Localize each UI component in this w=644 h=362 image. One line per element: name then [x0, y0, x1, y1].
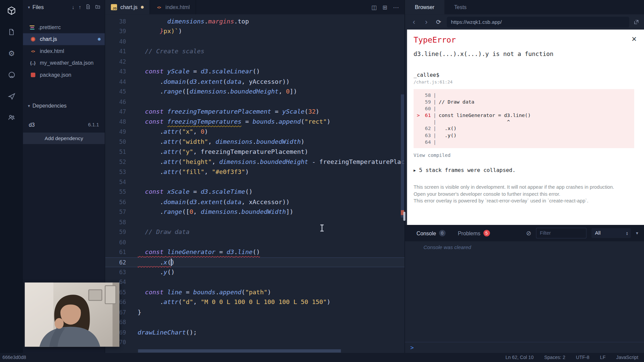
console-output[interactable]: Console was cleared > [405, 241, 644, 353]
split-editor-icon[interactable]: ◫ [371, 4, 377, 11]
file-item-weather-json[interactable]: {..} my_weather_data.json [23, 57, 105, 69]
code-line-49[interactable]: 49 .attr("x", 0) [105, 127, 405, 137]
deployment-rocket-icon[interactable] [7, 91, 16, 101]
line-content: // Create scales [126, 47, 405, 57]
code-line-69[interactable]: 69drawLineChart(); [105, 327, 405, 338]
file-item-chart-js[interactable]: chart.js [23, 33, 105, 45]
code-line-53[interactable]: 53 .attr("fill", "#e0f3f3") [105, 167, 405, 177]
code-area[interactable]: 38 dimensions.margins.top39 }px)`)4041 /… [105, 14, 405, 353]
close-icon[interactable]: × [632, 35, 637, 43]
view-compiled-link[interactable]: View compiled [414, 153, 634, 158]
file-item-prettierrc[interactable]: .prettierrc [23, 21, 105, 34]
status-item[interactable]: UTF-8 [576, 355, 589, 360]
error-frame-row: 63| .y() [417, 132, 634, 139]
line-number: 62 [105, 257, 126, 267]
log-level-select[interactable]: All ▴▾ [592, 228, 631, 238]
file-explorer-icon[interactable] [7, 27, 16, 37]
code-line-42[interactable]: 42 [105, 57, 405, 67]
github-icon[interactable] [7, 70, 16, 79]
open-in-new-window-icon[interactable] [633, 19, 639, 25]
line-number: 49 [105, 127, 126, 137]
code-line-62[interactable]: 62 .x() [105, 257, 405, 267]
explorer-header[interactable]: ▾ Files ↓ ↑ [23, 0, 105, 14]
code-line-38[interactable]: 38 dimensions.margins.top [105, 16, 405, 26]
add-dependency-button[interactable]: Add dependency [23, 133, 105, 144]
forward-icon[interactable]: › [422, 18, 430, 25]
console-input-row[interactable]: > [405, 342, 644, 353]
url-input[interactable] [447, 17, 629, 27]
code-line-39[interactable]: 39 }px)`) [105, 26, 405, 37]
code-line-60[interactable]: 60 [105, 237, 405, 247]
code-line-51[interactable]: 51 .attr("y", freezingTemperaturePlaceme… [105, 147, 405, 157]
collapsed-stack-frames-toggle[interactable]: ▶ 5 stack frames were collapsed. [414, 167, 634, 173]
code-line-63[interactable]: 63 .y() [105, 267, 405, 277]
dependencies-header[interactable]: ▾ Dependencies [23, 101, 105, 110]
code-line-58[interactable]: 58 [105, 217, 405, 227]
console-tab[interactable]: Console 0 [417, 230, 446, 237]
code-line-64[interactable]: 64 [105, 277, 405, 287]
code-line-50[interactable]: 50 .attr("width", dimensions.boundedWidt… [105, 137, 405, 147]
code-line-46[interactable]: 46 [105, 97, 405, 107]
code-line-45[interactable]: 45 .range([dimensions.boundedHeight, 0]) [105, 86, 405, 97]
status-item[interactable]: Spaces: 2 [544, 355, 566, 360]
codesandbox-logo-icon[interactable] [7, 6, 16, 15]
back-icon[interactable]: ‹ [410, 18, 418, 25]
code-line-59[interactable]: 59 // Draw data [105, 227, 405, 237]
code-line-40[interactable]: 40 [105, 37, 405, 47]
chevron-down-icon: ▾ [28, 103, 30, 108]
code-line-48[interactable]: 48 const freezingTemperatures = bounds.a… [105, 117, 405, 127]
code-line-41[interactable]: 41 // Create scales [105, 47, 405, 57]
code-line-44[interactable]: 44 .domain(d3.extent(data, yAccessor)) [105, 77, 405, 87]
vertical-scrollbar[interactable] [401, 95, 404, 218]
horizontal-scrollbar[interactable] [138, 349, 341, 353]
code-line-68[interactable]: 68 [105, 317, 405, 327]
tab-chart-js[interactable]: JS chart.js [105, 0, 150, 14]
settings-gear-icon[interactable]: ⚙ [7, 48, 16, 58]
code-line-70[interactable]: 70 [105, 338, 405, 348]
stack-frame-location[interactable]: /chart.js:61:24 [414, 79, 634, 84]
live-collaboration-icon[interactable] [7, 113, 16, 122]
new-file-icon[interactable] [86, 4, 91, 11]
more-options-icon[interactable]: ⋯ [393, 4, 399, 11]
error-circle-icon [30, 36, 36, 43]
error-frame-row: 64| [417, 139, 634, 145]
select-arrows-icon: ▴▾ [626, 231, 628, 235]
line-content: }px)`) [126, 26, 405, 37]
react-error-overlay: × TypeError d3.line(...).x(...).y is not… [407, 29, 644, 225]
new-folder-icon[interactable] [95, 4, 101, 11]
tab-browser[interactable]: Browser [405, 0, 444, 14]
code-line-66[interactable]: 66 .attr("d", "M 0 0 L 100 0 L 100 100 L… [105, 297, 405, 307]
status-item[interactable]: Ln 62, Col 10 [505, 355, 534, 360]
code-line-67[interactable]: 67} [105, 307, 405, 317]
code-line-52[interactable]: 52 .attr("height", dimensions.boundedHei… [105, 157, 405, 167]
editor-layout-icon[interactable]: ⊞ [382, 4, 387, 11]
clear-console-icon[interactable]: ⊘ [526, 229, 531, 237]
code-line-57[interactable]: 57 .range([0, dimensions.boundedWidth]) [105, 207, 405, 217]
tab-index-html[interactable]: <> index.html [150, 0, 196, 14]
unsaved-dot-icon [141, 6, 144, 9]
file-item-package-json[interactable]: package.json [23, 69, 105, 81]
collapse-panel-chevron-icon[interactable]: ▾ [636, 231, 638, 236]
pane-resize-handle[interactable] [403, 212, 405, 221]
console-filter-input[interactable] [536, 228, 587, 239]
error-frame-row: 59|// Draw data [417, 99, 634, 105]
tab-tests[interactable]: Tests [444, 0, 477, 14]
code-line-61[interactable]: 61 const lineGenerator = d3.line() [105, 247, 405, 257]
code-line-43[interactable]: 43 const yScale = d3.scaleLinear() [105, 67, 405, 77]
refresh-icon[interactable]: ⟳ [435, 19, 443, 25]
code-line-65[interactable]: 65 const line = bounds.append("path") [105, 287, 405, 297]
code-line-54[interactable]: 54 [105, 177, 405, 187]
dependency-item-d3[interactable]: d3 6.1.1 [23, 119, 105, 130]
html-icon: <> [156, 4, 162, 11]
line-number: 42 [105, 57, 126, 67]
code-line-55[interactable]: 55 const xScale = d3.scaleTime() [105, 187, 405, 197]
status-item[interactable]: JavaScript [616, 355, 638, 360]
code-line-47[interactable]: 47 const freezingTemperaturePlacement = … [105, 107, 405, 117]
error-code-frame: 58|59|// Draw data60|>61|const lineGener… [414, 89, 634, 148]
export-download-icon[interactable]: ↓ [72, 4, 74, 10]
file-item-index-html[interactable]: <> index.html [23, 45, 105, 57]
problems-tab[interactable]: Problems 5 [458, 230, 490, 237]
status-item[interactable]: LF [600, 355, 605, 360]
code-line-56[interactable]: 56 .domain(d3.extent(data, xAccessor)) [105, 197, 405, 207]
import-upload-icon[interactable]: ↑ [78, 4, 81, 10]
